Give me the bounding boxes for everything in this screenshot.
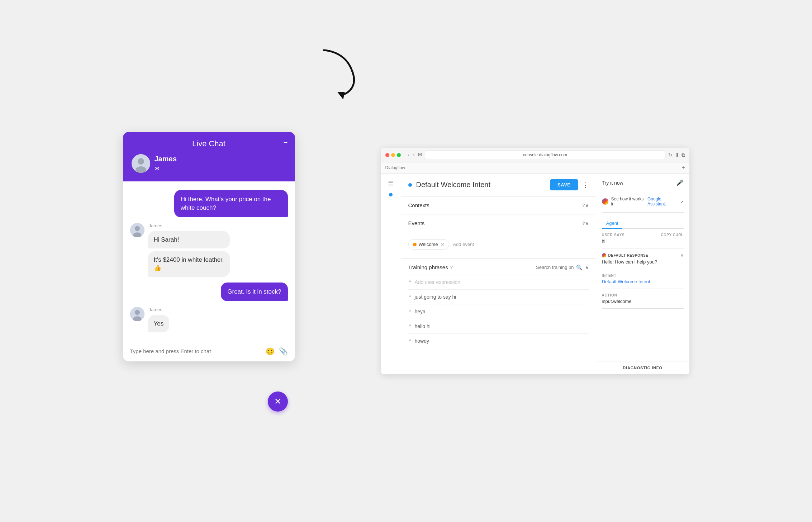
response-row: DEFAULT RESPONSE ∨ [602, 253, 684, 258]
more-options-button[interactable]: ⋮ [582, 181, 589, 189]
phrase-row-2[interactable]: ❝ hello hi [408, 319, 589, 333]
close-button[interactable]: ✕ [268, 392, 288, 412]
browser-dots [385, 153, 401, 157]
message-incoming-group-1: James Hi Sarah! It's $2400 in white leat… [130, 223, 288, 277]
dialogflow-tab-label: Dialogflow [385, 165, 405, 170]
message-incoming-1a: Hi Sarah! [148, 231, 230, 248]
intent-value: Default Welcome Intent [602, 279, 684, 289]
forward-button[interactable]: › [412, 152, 416, 158]
emoji-icon[interactable]: 🙂 [266, 347, 275, 356]
training-search: 🔍 [453, 265, 582, 270]
browser-nav: ‹ › ⊟ [407, 152, 422, 158]
external-link-icon: ↗ [681, 200, 684, 204]
tab-icon: ⊟ [418, 152, 422, 158]
response-chevron-icon[interactable]: ∨ [680, 253, 684, 258]
try-header: Try it now 🎤 [596, 174, 689, 192]
user-says-value: hi [602, 238, 684, 248]
phrase-text-3: howdy [415, 338, 429, 344]
google-logo [602, 198, 608, 205]
google-assistant-link[interactable]: Google Assistant. [647, 196, 678, 207]
dialogflow-bar: Dialogflow + [381, 162, 689, 174]
phrase-row-1[interactable]: ❝ heya [408, 304, 589, 319]
event-tag-label: Welcome [419, 242, 438, 247]
new-tab-button[interactable]: + [682, 165, 685, 171]
svg-point-4 [135, 226, 140, 231]
sender-name-2: James [149, 307, 170, 312]
intent-link[interactable]: Default Welcome Intent [602, 279, 650, 284]
phrase-row-3[interactable]: ❝ howdy [408, 333, 589, 348]
copy-curl-button[interactable]: COPY CURL [661, 233, 683, 237]
microphone-icon[interactable]: 🎤 [676, 179, 684, 186]
welcome-event-tag: Welcome ✕ [408, 239, 450, 250]
chat-user-info: James ✉ [132, 154, 286, 173]
events-title: Events [408, 220, 580, 226]
hamburger-menu-icon[interactable]: ☰ [388, 179, 394, 187]
dialogflow-content: ☰ Default Welcome Intent SAVE ⋮ Contexts… [381, 174, 689, 374]
browser-window: ‹ › ⊟ console.dialogflow.com ↻ ⬆ ⧉ Dialo… [381, 148, 689, 374]
minimize-button[interactable]: − [284, 138, 288, 147]
intent-label: INTENT [602, 274, 684, 277]
newwindow-button[interactable]: ⧉ [682, 152, 685, 158]
chat-input[interactable] [130, 348, 261, 354]
search-icon[interactable]: 🔍 [576, 265, 582, 270]
action-value: input.welcome [602, 299, 684, 309]
svg-marker-9 [337, 91, 346, 100]
search-training-input[interactable] [514, 265, 574, 270]
dot-red[interactable] [385, 153, 389, 157]
events-section: Events ? ∧ Welcome ✕ Add event [401, 214, 596, 258]
attach-icon[interactable]: 📎 [279, 347, 288, 356]
url-text: console.dialogflow.com [523, 152, 567, 157]
avatar [132, 154, 150, 173]
quote-icon-1: ❝ [408, 309, 411, 314]
response-value: Hello! How can I help you? [602, 259, 684, 269]
contexts-help-icon[interactable]: ? [582, 203, 585, 208]
active-indicator [389, 193, 393, 196]
chat-header: Live Chat − James ✉ [123, 132, 295, 181]
tab-agent[interactable]: Agent [602, 218, 623, 229]
message-outgoing-2: Great. Is it in stock? [221, 283, 288, 301]
url-bar[interactable]: console.dialogflow.com [425, 151, 665, 159]
response-label: DEFAULT RESPONSE [608, 253, 678, 257]
chat-title: Live Chat [132, 139, 286, 148]
google-assistant-row: See how it works in Google Assistant. ↗ [602, 196, 684, 213]
diagnostic-info-button[interactable]: DIAGNOSTIC INFO [596, 361, 689, 374]
contexts-chevron-icon: ∨ [585, 203, 589, 208]
quote-icon-3: ❝ [408, 338, 411, 344]
message-incoming-2a: Yes [148, 315, 170, 332]
try-tabs: Agent [602, 218, 684, 229]
refresh-button[interactable]: ↻ [668, 152, 672, 158]
add-event-input[interactable]: Add event [453, 242, 474, 247]
dot-yellow[interactable] [391, 153, 395, 157]
save-button[interactable]: SAVE [550, 179, 578, 190]
user-says-label: USER SAYS COPY CURL [602, 233, 684, 237]
contexts-header[interactable]: Contexts ? ∨ [408, 196, 589, 214]
chat-messages: Hi there. What's your price on the white… [123, 181, 295, 341]
sender-name-1: James [149, 223, 230, 228]
remove-event-button[interactable]: ✕ [441, 242, 445, 247]
google-text: See how it works in [611, 196, 645, 207]
svg-point-7 [135, 310, 140, 315]
browser-actions: ⬆ ⧉ [675, 152, 685, 158]
df-sidebar: ☰ [381, 174, 401, 374]
training-header: Training phrases ? 🔍 ∧ [408, 258, 589, 275]
training-chevron-icon[interactable]: ∧ [585, 265, 589, 270]
quote-icon-add: ❝ [408, 279, 411, 285]
training-title: Training phrases [408, 264, 448, 270]
message-outgoing-1: Hi there. What's your price on the white… [174, 190, 288, 217]
add-expression-row[interactable]: ❝ Add user expression [408, 275, 589, 289]
avatar-james-2 [130, 307, 144, 321]
chat-widget: Live Chat − James ✉ Hi there. What's yo [123, 132, 295, 361]
quote-icon-0: ❝ [408, 294, 411, 300]
events-header[interactable]: Events ? ∧ [408, 214, 589, 232]
training-help-icon[interactable]: ? [450, 265, 453, 270]
share-button[interactable]: ⬆ [675, 152, 679, 158]
events-content: Welcome ✕ Add event [408, 232, 589, 258]
dot-green[interactable] [397, 153, 401, 157]
intent-active-dot [408, 183, 412, 187]
user-name: James [155, 155, 177, 163]
events-help-icon[interactable]: ? [582, 220, 585, 226]
phrase-text-2: hello hi [415, 323, 431, 329]
back-button[interactable]: ‹ [407, 152, 411, 158]
intent-header: Default Welcome Intent SAVE ⋮ [401, 174, 596, 196]
phrase-row-0[interactable]: ❝ just going to say hi [408, 289, 589, 304]
